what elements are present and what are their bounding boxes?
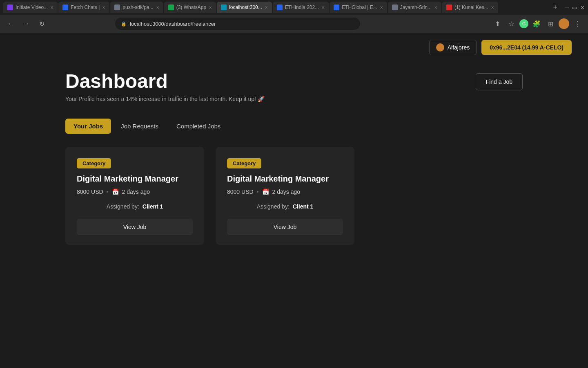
window-controls: ─ ▭ ✕ bbox=[562, 4, 585, 11]
tab-close-icon[interactable]: ✕ bbox=[380, 5, 383, 10]
assigned-by-label: Assigned by: bbox=[107, 203, 139, 210]
top-bar: Alfajores 0x96...2E04 (14.99 A-CELO) bbox=[0, 33, 588, 62]
user-avatar bbox=[436, 43, 444, 52]
puzzle-icon[interactable]: 🧩 bbox=[531, 18, 542, 29]
tab-close-icon[interactable]: ✕ bbox=[491, 5, 494, 10]
forward-button[interactable]: → bbox=[20, 18, 32, 29]
completed-jobs-tab[interactable]: Completed Jobs bbox=[168, 119, 229, 134]
job-salary: 8000 USD bbox=[77, 188, 103, 195]
tab-label: (1) Kunal Kes... bbox=[454, 4, 488, 10]
tab-close-icon[interactable]: ✕ bbox=[321, 5, 325, 10]
lock-icon: 🔒 bbox=[121, 21, 127, 27]
tabs-row: Your Jobs Job Requests Completed Jobs bbox=[65, 119, 523, 134]
tab-close-icon[interactable]: ✕ bbox=[434, 5, 437, 10]
job-meta: 8000 USD • 📅 2 days ago bbox=[227, 188, 343, 195]
calendar-icon: 📅 bbox=[262, 188, 269, 195]
wallet-button[interactable]: 0x96...2E04 (14.99 A-CELO) bbox=[481, 40, 572, 55]
tab-label: Fetch Chats | bbox=[71, 4, 100, 10]
page-title: Dashboard bbox=[65, 70, 265, 92]
dashboard-subtitle: Your Profile has seen a 14% increase in … bbox=[65, 96, 265, 102]
browser-tab-6[interactable]: ETHIndia 202... ✕ bbox=[273, 2, 329, 13]
tab-favicon bbox=[114, 4, 120, 10]
tab-favicon bbox=[7, 4, 13, 10]
job-card-2: Category Digital Marketing Manager 8000 … bbox=[216, 147, 354, 245]
separator-dot: • bbox=[257, 188, 259, 195]
assigned-by-label: Assigned by: bbox=[257, 203, 290, 210]
assigned-row: Assigned by: Client 1 bbox=[77, 203, 193, 210]
browser-tab-5[interactable]: localhost:300... ✕ bbox=[217, 2, 272, 13]
tab-label: ETHIndia 202... bbox=[285, 4, 319, 10]
jobs-grid: Category Digital Marketing Manager 8000 … bbox=[65, 147, 523, 245]
client-name: Client 1 bbox=[143, 203, 163, 210]
tab-favicon bbox=[277, 4, 283, 10]
menu-icon[interactable]: ⋮ bbox=[572, 18, 583, 29]
calendar-icon: 📅 bbox=[112, 188, 119, 195]
tab-close-icon[interactable]: ✕ bbox=[156, 5, 159, 10]
back-button[interactable]: ← bbox=[5, 18, 16, 29]
job-title: Digital Marketing Manager bbox=[227, 174, 343, 184]
browser-tab-7[interactable]: ETHGlobal | E... ✕ bbox=[330, 2, 387, 13]
tab-label: ETHGlobal | E... bbox=[342, 4, 377, 10]
address-bar-row: ← → ↻ 🔒 localhost:3000/dashboard/freelan… bbox=[0, 15, 588, 33]
browser-tab-9[interactable]: (1) Kunal Kes... ✕ bbox=[442, 2, 498, 13]
dashboard-header: Dashboard Your Profile has seen a 14% in… bbox=[65, 70, 523, 102]
browser-tab-4[interactable]: (3) WhatsApp ✕ bbox=[164, 2, 216, 13]
browser-tab-8[interactable]: Jayanth-Srin... ✕ bbox=[388, 2, 441, 13]
find-job-button[interactable]: Find a Job bbox=[476, 73, 523, 90]
tab-favicon bbox=[62, 4, 68, 10]
refresh-button[interactable]: ↻ bbox=[36, 18, 47, 29]
tab-favicon bbox=[446, 4, 452, 10]
job-card-1: Category Digital Marketing Manager 8000 … bbox=[65, 147, 204, 245]
tab-label: Initiate Video... bbox=[16, 4, 48, 10]
dashboard-content: Dashboard Your Profile has seen a 14% in… bbox=[0, 62, 588, 261]
close-icon[interactable]: ✕ bbox=[580, 4, 585, 11]
job-requests-tab[interactable]: Job Requests bbox=[113, 119, 167, 134]
tab-favicon bbox=[334, 4, 339, 10]
toolbar-icons: ⬆ ☆ G 🧩 ⊞ ⋮ bbox=[492, 18, 583, 29]
minimize-icon[interactable]: ─ bbox=[565, 4, 569, 11]
job-meta: 8000 USD • 📅 2 days ago bbox=[77, 188, 193, 195]
tab-label: push-sdk/pa... bbox=[122, 4, 153, 10]
profile-avatar[interactable] bbox=[559, 18, 569, 29]
address-bar[interactable]: 🔒 localhost:3000/dashboard/freelancer bbox=[115, 18, 360, 30]
category-badge: Category bbox=[77, 158, 111, 168]
app-content: Alfajores 0x96...2E04 (14.99 A-CELO) Das… bbox=[0, 33, 588, 368]
job-posted: 2 days ago bbox=[122, 188, 150, 195]
assigned-row: Assigned by: Client 1 bbox=[227, 203, 343, 210]
job-posted: 2 days ago bbox=[272, 188, 301, 195]
browser-chrome: Initiate Video... ✕ Fetch Chats | ✕ push… bbox=[0, 0, 588, 33]
bookmark-icon[interactable]: ☆ bbox=[506, 18, 517, 29]
tab-label: localhost:300... bbox=[229, 4, 262, 10]
user-name-label: Alfajores bbox=[448, 44, 470, 51]
extension-icon[interactable]: G bbox=[519, 19, 528, 28]
address-text: localhost:3000/dashboard/freelancer bbox=[130, 21, 216, 27]
user-name-button[interactable]: Alfajores bbox=[429, 40, 477, 55]
dashboard-title-group: Dashboard Your Profile has seen a 14% in… bbox=[65, 70, 265, 102]
browser-tab-2[interactable]: Fetch Chats | ✕ bbox=[58, 2, 109, 13]
restore-icon[interactable]: ▭ bbox=[572, 4, 577, 11]
tab-label: Jayanth-Srin... bbox=[400, 4, 432, 10]
tab-close-icon[interactable]: ✕ bbox=[209, 5, 212, 10]
tab-close-icon[interactable]: ✕ bbox=[102, 5, 105, 10]
tab-favicon bbox=[221, 4, 227, 10]
client-name: Client 1 bbox=[293, 203, 314, 210]
job-salary: 8000 USD bbox=[227, 188, 254, 195]
tab-label: (3) WhatsApp bbox=[176, 4, 206, 10]
sidebar-toggle-icon[interactable]: ⊞ bbox=[545, 18, 556, 29]
browser-tab-1[interactable]: Initiate Video... ✕ bbox=[3, 2, 58, 13]
category-badge: Category bbox=[227, 158, 261, 168]
view-job-button[interactable]: View Job bbox=[227, 219, 343, 235]
wallet-address-label: 0x96...2E04 (14.99 A-CELO) bbox=[490, 44, 564, 51]
tab-close-icon[interactable]: ✕ bbox=[265, 5, 268, 10]
share-icon[interactable]: ⬆ bbox=[492, 18, 503, 29]
tab-bar: Initiate Video... ✕ Fetch Chats | ✕ push… bbox=[0, 0, 588, 15]
tab-close-icon[interactable]: ✕ bbox=[50, 5, 53, 10]
tab-favicon bbox=[392, 4, 398, 10]
tab-favicon bbox=[168, 4, 174, 10]
browser-tab-3[interactable]: push-sdk/pa... ✕ bbox=[110, 2, 163, 13]
view-job-button[interactable]: View Job bbox=[77, 219, 193, 235]
your-jobs-tab[interactable]: Your Jobs bbox=[65, 119, 111, 134]
separator-dot: • bbox=[107, 188, 109, 195]
job-title: Digital Marketing Manager bbox=[77, 174, 193, 184]
new-tab-button[interactable]: + bbox=[550, 2, 561, 13]
